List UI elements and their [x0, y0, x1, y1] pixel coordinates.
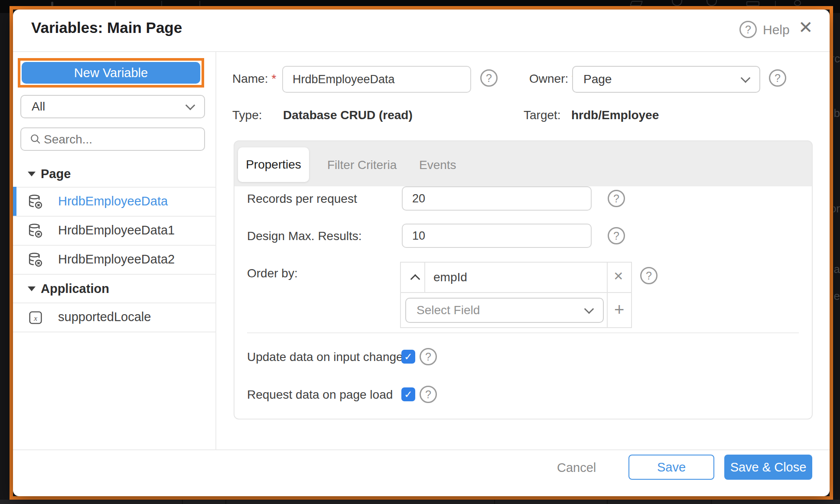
search-icon: [30, 133, 41, 145]
list-divider: [13, 332, 215, 332]
database-variable-icon: [28, 194, 43, 209]
variable-search-field[interactable]: [20, 127, 205, 151]
section-collapse-icon: [28, 286, 36, 291]
section-collapse-icon: [28, 172, 36, 176]
variable-filter-select[interactable]: All: [20, 95, 205, 118]
save-button[interactable]: Save: [628, 455, 714, 480]
records-per-request-label: Records per request: [247, 192, 357, 206]
question-glyph: ?: [775, 72, 781, 85]
sidebar-item-hrdbemployeedata[interactable]: HrdbEmployeeData: [13, 188, 215, 215]
grid-line: [711, 500, 712, 504]
update-data-help-icon[interactable]: ?: [420, 348, 437, 365]
owner-label-text: Owner:: [529, 72, 568, 86]
section-label: Application: [41, 282, 109, 296]
filter-select-value: All: [32, 100, 45, 114]
cancel-button[interactable]: Cancel: [557, 461, 596, 475]
order-grid-line: [424, 263, 425, 292]
update-data-checkbox[interactable]: ✓: [401, 350, 415, 364]
records-per-request-input[interactable]: [402, 186, 592, 211]
tab-filter-criteria[interactable]: Filter Criteria: [327, 158, 397, 172]
app-background-bottom: [0, 500, 840, 504]
request-data-label: Request data on page load: [247, 388, 393, 402]
owner-field-label: Owner: *: [529, 72, 576, 85]
question-glyph: ?: [425, 351, 431, 363]
required-asterisk: *: [271, 72, 276, 86]
save-and-close-button[interactable]: Save & Close: [724, 455, 812, 480]
request-data-checkbox[interactable]: ✓: [401, 387, 415, 401]
section-label: Page: [41, 167, 71, 181]
grid-line: [225, 500, 226, 504]
update-data-label: Update data on input change: [247, 350, 403, 364]
name-input[interactable]: [282, 66, 471, 93]
toolbar-send-icon: [630, 1, 643, 6]
sidebar-item-supportedlocale[interactable]: x supportedLocale: [13, 303, 215, 331]
toolbar-search-icon: [794, 0, 801, 6]
section-divider: [247, 332, 799, 333]
toolbar-dot-icon: [51, 2, 53, 6]
design-help-icon[interactable]: ?: [608, 227, 625, 244]
dialog-title: Variables: Main Page: [31, 19, 182, 36]
tab-events[interactable]: Events: [419, 158, 456, 172]
database-variable-icon: [28, 223, 43, 238]
expression-variable-icon: x: [29, 311, 42, 325]
check-icon: ✓: [404, 351, 412, 363]
question-glyph: ?: [486, 72, 492, 85]
footer-divider: [13, 449, 830, 450]
edge-fragment: or: [833, 202, 840, 215]
chevron-down-icon: [186, 101, 195, 111]
order-help-icon[interactable]: ?: [640, 267, 658, 284]
variable-name: HrdbEmployeeData2: [58, 252, 175, 267]
header-divider: [13, 51, 830, 52]
question-glyph: ?: [646, 270, 652, 282]
search-input[interactable]: [43, 131, 190, 148]
add-order-row-button[interactable]: +: [614, 300, 624, 319]
sidebar-item-hrdbemployeedata2[interactable]: HrdbEmployeeData2: [13, 246, 215, 273]
remove-order-row-button[interactable]: ✕: [613, 269, 623, 283]
request-data-help-icon[interactable]: ?: [420, 386, 437, 403]
owner-help-icon[interactable]: ?: [769, 69, 786, 87]
grid-line: [607, 500, 608, 504]
selected-indicator: [13, 187, 16, 216]
sidebar-item-hrdbemployeedata1[interactable]: HrdbEmployeeData1: [13, 217, 215, 244]
name-help-icon[interactable]: ?: [480, 69, 498, 87]
variable-name: HrdbEmployeeData: [58, 194, 168, 208]
question-glyph: ?: [745, 23, 751, 36]
edge-fragment: s b: [833, 107, 840, 120]
type-label: Type:: [232, 108, 262, 122]
chevron-up-icon: [410, 274, 420, 284]
target-value: hrdb/Employee: [571, 108, 659, 122]
records-help-icon[interactable]: ?: [608, 190, 625, 207]
toolbar-undo-icon: [672, 0, 682, 6]
order-field-value[interactable]: empId: [433, 270, 467, 284]
database-variable-icon: [28, 252, 43, 267]
check-icon: ✓: [404, 389, 412, 400]
design-max-results-input[interactable]: [402, 224, 592, 248]
order-field-select[interactable]: Select Field: [405, 298, 604, 323]
question-glyph: ?: [613, 230, 619, 242]
sidebar-section-page[interactable]: Page: [28, 167, 71, 180]
owner-select[interactable]: Page: [572, 66, 760, 93]
close-icon[interactable]: ✕: [798, 17, 813, 37]
list-divider: [13, 274, 215, 275]
variable-name: HrdbEmployeeData1: [58, 223, 175, 237]
variable-name: supportedLocale: [58, 310, 151, 324]
new-variable-button[interactable]: New Variable: [22, 62, 200, 84]
help-link[interactable]: Help: [763, 23, 790, 37]
order-grid-line: [607, 263, 608, 327]
edge-fragment: arc: [833, 52, 840, 65]
order-by-label: Order by:: [247, 267, 298, 280]
select-field-placeholder: Select Field: [417, 303, 480, 317]
help-icon[interactable]: ?: [739, 21, 757, 38]
sidebar-section-application[interactable]: Application: [28, 282, 109, 295]
svg-text:x: x: [33, 314, 37, 322]
edge-fragment: da: [833, 263, 840, 276]
grid-line: [494, 500, 495, 504]
name-label-text: Name:: [232, 72, 268, 86]
order-direction-toggle[interactable]: [407, 263, 424, 291]
toolbar-redo-icon: [707, 0, 717, 6]
target-label: Target:: [524, 108, 561, 122]
tab-properties[interactable]: Properties: [238, 147, 309, 182]
name-field-label: Name: *: [232, 72, 276, 85]
owner-select-value: Page: [583, 72, 612, 86]
order-grid-line: [401, 292, 631, 293]
